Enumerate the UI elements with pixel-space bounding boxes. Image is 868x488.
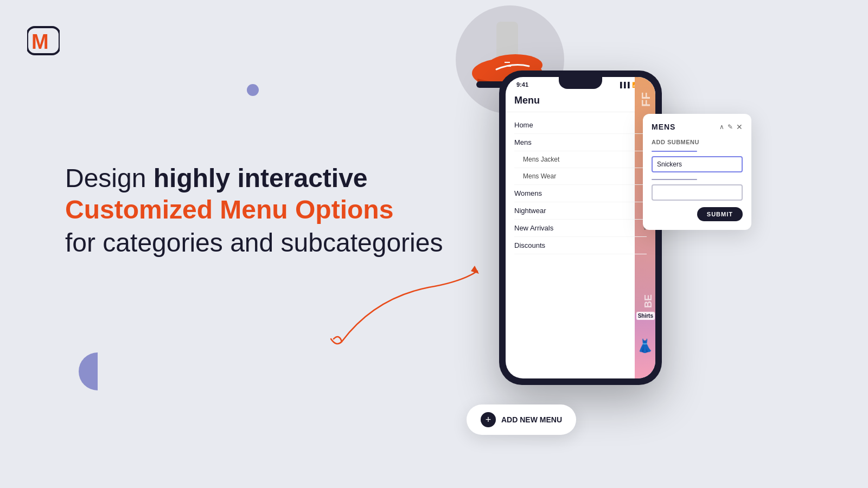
hero-line2: Customized Menu Options bbox=[65, 194, 443, 226]
phone-frame: 9:41 ▐▐▐ 📶 ▓ Menu ✕ FF BE 👗 Shirts bbox=[499, 70, 662, 385]
submenu-divider-2 bbox=[652, 179, 697, 180]
hero-line1-bold: highly interactive bbox=[154, 164, 368, 192]
phone-mockup: 9:41 ▐▐▐ 📶 ▓ Menu ✕ FF BE 👗 Shirts bbox=[499, 70, 662, 385]
menu-item-nightwear[interactable]: Nightwear bbox=[514, 202, 647, 220]
menu-item-discounts[interactable]: Discounts bbox=[514, 237, 647, 254]
submenu-popup-title: MENS bbox=[652, 123, 675, 131]
submenu-input-field[interactable] bbox=[652, 156, 743, 172]
menu-item-home[interactable]: Home bbox=[514, 117, 647, 134]
svg-text:M: M bbox=[31, 30, 49, 53]
add-submenu-label: ADD SUBMENU bbox=[652, 139, 743, 145]
edit-icon[interactable]: ✎ bbox=[727, 123, 733, 131]
decorative-arrow bbox=[320, 255, 494, 352]
add-new-menu-button[interactable]: + ADD NEW MENU bbox=[467, 404, 576, 435]
add-menu-label: ADD NEW MENU bbox=[501, 415, 562, 424]
menu-title: Menu bbox=[514, 95, 540, 106]
submenu-popup-header: MENS ∧ ✎ ✕ bbox=[652, 123, 743, 131]
menu-item-mens[interactable]: Mens ∧ bbox=[514, 134, 647, 151]
bg-ff-text: FF bbox=[639, 92, 653, 107]
phone-notch bbox=[559, 77, 602, 89]
status-time: 9:41 bbox=[516, 81, 528, 88]
menu-header: Menu ✕ bbox=[506, 90, 655, 112]
decorative-circle-blue bbox=[247, 84, 259, 96]
hero-line1-normal: Design bbox=[65, 164, 154, 192]
menu-item-mens-wear[interactable]: Mens Wear bbox=[514, 168, 647, 185]
dancer-image: 👗 bbox=[635, 313, 655, 378]
popup-close-icon[interactable]: ✕ bbox=[736, 123, 743, 131]
hero-line3: for categories and subcategories bbox=[65, 227, 443, 259]
popup-actions: ∧ ✎ ✕ bbox=[719, 123, 743, 131]
plus-icon: + bbox=[481, 412, 496, 427]
menu-item-new-arrivals[interactable]: New Arrivals ∨ bbox=[514, 220, 647, 237]
signal-icon: ▐▐▐ bbox=[618, 82, 629, 88]
menu-items-list: Home Mens ∧ Mens Jacket Mens Wear Womens bbox=[506, 112, 655, 259]
submenu-input-field-2[interactable] bbox=[652, 184, 743, 201]
shirts-label: Shirts bbox=[636, 312, 655, 320]
menu-item-womens[interactable]: Womens ∨ bbox=[514, 185, 647, 202]
app-logo[interactable]: M bbox=[27, 22, 60, 60]
menu-item-mens-jacket[interactable]: Mens Jacket bbox=[514, 151, 647, 168]
submenu-popup: MENS ∧ ✎ ✕ ADD SUBMENU SUBMIT bbox=[643, 114, 751, 230]
decorative-circle-purple bbox=[79, 352, 117, 390]
phone-screen: 9:41 ▐▐▐ 📶 ▓ Menu ✕ FF BE 👗 Shirts bbox=[506, 77, 655, 378]
hero-line1: Design highly interactive bbox=[65, 163, 443, 194]
bg-be-text: BE bbox=[643, 294, 654, 308]
svg-rect-2 bbox=[496, 22, 518, 60]
submenu-divider bbox=[652, 151, 697, 152]
hero-text-block: Design highly interactive Customized Men… bbox=[65, 163, 443, 259]
submit-button[interactable]: SUBMIT bbox=[697, 207, 743, 221]
chevron-up-popup-icon[interactable]: ∧ bbox=[719, 123, 724, 131]
